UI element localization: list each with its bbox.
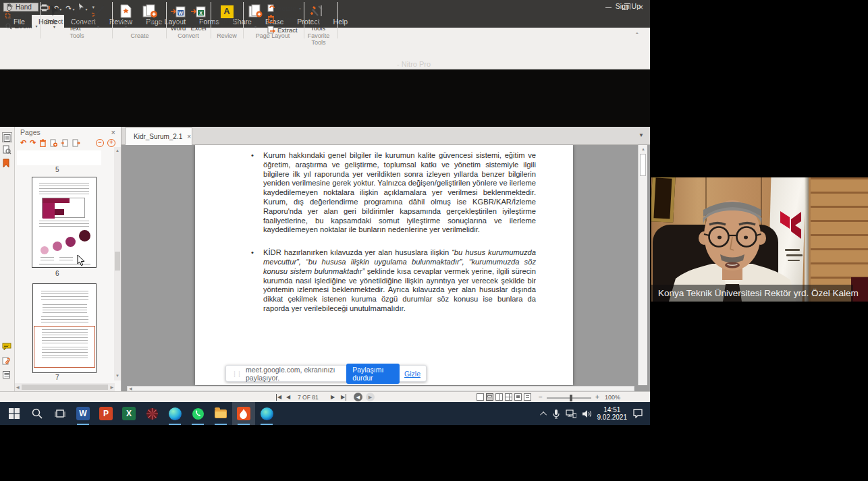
close-pages-panel-icon[interactable]: × (111, 128, 115, 136)
facing-pages-view-icon[interactable] (495, 393, 503, 401)
dropdown-arrow-icon[interactable]: ▾ (53, 25, 55, 30)
dropdown-arrow-icon[interactable]: ▾ (36, 24, 38, 28)
export-page-icon[interactable] (72, 139, 80, 147)
dropdown-arrow-icon[interactable]: ▾ (97, 25, 99, 30)
document-tab[interactable]: Kidr_Surum_2.1 × (125, 128, 192, 145)
document-viewport[interactable]: •Kurum hakkındaki genel bilgiler ile kur… (121, 145, 650, 391)
taskbar-edge[interactable] (163, 402, 186, 425)
taskbar-whatsapp[interactable] (186, 402, 209, 425)
zoom-level: 100% (605, 394, 620, 401)
continuous-view-icon[interactable] (486, 393, 493, 401)
delete-page-icon[interactable] (39, 139, 47, 147)
scroll-left-icon[interactable]: ◀ (16, 385, 20, 389)
highlight-button[interactable]: A Highlight (213, 2, 240, 25)
grid-view-icon[interactable] (505, 393, 512, 401)
zoom-slider-thumb[interactable] (570, 395, 572, 401)
zoom-in-icon[interactable]: + (595, 394, 599, 401)
taskbar-powerpoint[interactable]: P (94, 402, 117, 425)
thumbnail-zoom-out-icon[interactable]: − (96, 139, 104, 147)
thumbnail-page-5[interactable] (17, 150, 101, 165)
new-page-icon[interactable] (50, 139, 57, 147)
rotate-right-icon[interactable]: ↷ (30, 139, 36, 146)
tab-list-dropdown-icon[interactable]: ▼ (639, 132, 644, 138)
zoom-out-icon[interactable]: − (539, 394, 543, 401)
combine-button[interactable]: Combine (136, 2, 163, 25)
insert-button[interactable]: Insert▾ (246, 2, 265, 30)
select-button[interactable]: Select▾ (45, 2, 63, 30)
document-horizontal-scrollbar[interactable]: ◀ (127, 386, 634, 391)
first-page-button[interactable]: ◀ (276, 394, 281, 401)
hand-mode-button[interactable]: Hand (3, 3, 38, 11)
layers-pane-button[interactable] (2, 370, 12, 380)
edit-mode-button[interactable]: Edit (3, 12, 38, 21)
single-page-view-icon[interactable] (477, 393, 484, 401)
zoom-slider[interactable] (547, 397, 591, 399)
stop-sharing-button[interactable]: Paylaşımı durdur (346, 364, 400, 384)
pages-vertical-scrollbar[interactable]: ▲ ▼ (114, 147, 121, 380)
search-pane-button[interactable] (2, 145, 12, 155)
scroll-right-icon[interactable]: ▶ (110, 385, 113, 389)
document-vertical-scrollbar[interactable]: ▲ (638, 145, 647, 385)
dropdown-arrow-icon[interactable]: ▾ (299, 6, 301, 11)
taskbar-clock[interactable]: 14:51 9.02.2021 (597, 406, 628, 421)
network-icon[interactable] (566, 409, 576, 418)
rotate-left-icon[interactable]: ↶ (20, 139, 26, 146)
task-view-button[interactable] (49, 402, 72, 425)
rotate-button[interactable]: Rotate▾ (267, 4, 301, 12)
search-button[interactable] (26, 402, 49, 425)
pages-horizontal-scrollbar[interactable]: ◀ ▶ (15, 383, 115, 391)
next-view-button[interactable]: ▶ (366, 393, 375, 401)
close-document-icon[interactable]: × (187, 133, 191, 140)
dropdown-arrow-icon[interactable]: ▾ (125, 25, 127, 30)
next-page-button[interactable]: ▶ (331, 394, 335, 401)
add-tools-button[interactable]: Add Tools (306, 2, 329, 32)
taskbar-app[interactable] (140, 402, 163, 425)
scroll-up-icon[interactable]: ▲ (115, 148, 119, 152)
quicksign-button[interactable]: QuickSign▾ (86, 2, 109, 30)
scroll-down-icon[interactable]: ▼ (115, 374, 119, 378)
microphone-icon[interactable] (552, 409, 560, 419)
minimize-button[interactable] (605, 7, 612, 8)
scroll-up-icon[interactable]: ▲ (641, 147, 645, 151)
to-excel-button[interactable]: X To Excel (189, 2, 208, 32)
drag-handle-icon[interactable]: ⋮⋮ (232, 370, 241, 377)
scroll-left-icon[interactable]: ◀ (129, 387, 132, 391)
bookmarks-pane-button[interactable] (2, 159, 12, 169)
taskbar-file-explorer[interactable] (209, 402, 232, 425)
to-excel-icon: X (191, 6, 206, 18)
zoom-mode-button[interactable]: Zoom▾ (3, 22, 38, 30)
reading-view-icon[interactable] (524, 393, 531, 401)
type-text-button[interactable]: iT Type Text (65, 2, 85, 32)
presentation-view-icon[interactable] (514, 393, 522, 401)
dropdown-arrow-icon[interactable]: ▾ (254, 25, 256, 30)
sign-up-link[interactable]: Sign Up (616, 2, 641, 10)
hide-link[interactable]: Gizle (404, 370, 421, 378)
scrollbar-thumb[interactable] (640, 154, 646, 176)
pdf-button[interactable]: PDF▾ (116, 2, 135, 30)
thumbnail-page-7[interactable] (32, 283, 97, 373)
previous-view-button[interactable]: ◀ (354, 393, 362, 401)
bullet-icon: • (251, 248, 254, 258)
thumbnail-zoom-in-icon[interactable]: + (107, 139, 115, 147)
whatsapp-icon (192, 407, 205, 420)
start-button[interactable] (3, 402, 26, 425)
taskbar-nitro-pro[interactable] (232, 402, 255, 425)
pages-pane-button[interactable] (2, 132, 12, 142)
taskbar-excel[interactable]: X (117, 402, 140, 425)
delete-button[interactable]: Delete (267, 15, 295, 23)
collapse-ribbon-button[interactable]: ˆ (636, 32, 639, 40)
scrollbar-thumb[interactable] (115, 252, 120, 271)
import-page-icon[interactable] (61, 139, 69, 147)
taskbar-word[interactable]: W (72, 402, 94, 425)
previous-page-button[interactable]: ◀ (286, 394, 290, 401)
tab-help[interactable]: Help (327, 15, 355, 28)
attachments-pane-button[interactable] (2, 356, 12, 366)
last-page-button[interactable]: ▶ (341, 394, 346, 401)
scrollbar-thumb[interactable] (22, 385, 109, 390)
to-word-button[interactable]: W To Word (169, 2, 188, 32)
action-center-icon[interactable] (632, 409, 643, 418)
taskbar-edge-2[interactable] (255, 402, 278, 425)
comments-pane-button[interactable] (2, 341, 12, 351)
thumbnail-page-6[interactable] (32, 177, 97, 268)
volume-icon[interactable] (582, 409, 592, 418)
